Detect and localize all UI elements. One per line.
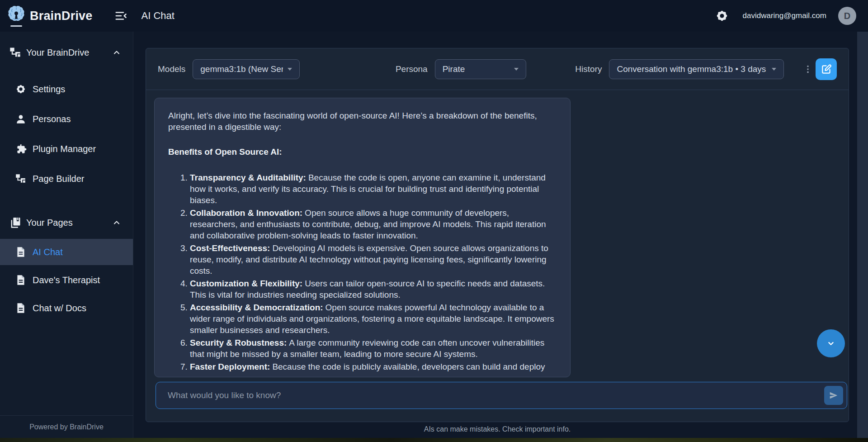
assistant-message: Alright, let’s dive into the fascinating…	[154, 98, 571, 377]
message-heading: Benefits of Open Source AI:	[168, 146, 557, 157]
gear-icon	[15, 83, 27, 95]
chevron-down-icon	[288, 68, 292, 71]
persona-value: Pirate	[443, 64, 465, 74]
persona-label: Persona	[396, 64, 428, 74]
sidebar-item-ai-chat[interactable]: AI Chat	[0, 239, 133, 265]
brand-logo[interactable]: BrainDrive	[6, 5, 93, 27]
sidebar-toggle-icon[interactable]	[113, 8, 129, 24]
puzzle-icon	[15, 143, 27, 155]
brand-name: BrainDrive	[30, 9, 93, 23]
history-label: History	[575, 64, 602, 74]
sidebar-item-label: Personas	[33, 114, 71, 124]
chat-messages: Alright, let’s dive into the fascinating…	[146, 98, 849, 377]
sidebar-item-label: AI Chat	[33, 247, 63, 257]
page-title: AI Chat	[142, 10, 175, 22]
document-icon	[15, 274, 27, 286]
list-item: Transparency & Auditability:Because the …	[190, 172, 557, 206]
sidebar-item-daves-therapist[interactable]: Dave's Therapist	[0, 267, 133, 293]
scroll-to-bottom-button[interactable]	[817, 329, 845, 357]
brain-logo-icon	[6, 5, 26, 27]
sidebar-section-your-pages[interactable]: Your Pages	[0, 212, 133, 233]
chat-panel: Models gemma3:1b (New Serv... Persona Pi…	[146, 48, 849, 422]
hierarchy-icon	[15, 173, 27, 185]
document-icon	[15, 302, 27, 314]
sidebar-item-label: Plugin Manager	[33, 144, 96, 154]
sidebar-item-label: Settings	[33, 84, 65, 95]
app-root: BrainDrive AI Chat davidwaring@gmail.com…	[0, 0, 868, 442]
new-chat-button[interactable]	[816, 58, 837, 80]
sidebar-item-chat-w-docs[interactable]: Chat w/ Docs	[0, 295, 133, 321]
chevron-up-icon[interactable]	[112, 218, 121, 227]
header-right: davidwaring@gmail.com D	[713, 7, 856, 25]
sidebar-item-personas[interactable]: Personas	[0, 106, 133, 132]
history-dropdown[interactable]: Conversation with gemma3:1b • 3 days ago	[609, 59, 784, 79]
chat-input-row	[156, 382, 847, 409]
list-item: Cost-Effectiveness:Developing AI models …	[190, 242, 557, 276]
sidebar-item-label: Dave's Therapist	[33, 275, 100, 285]
hierarchy-icon	[9, 46, 22, 59]
person-icon	[15, 113, 27, 125]
kebab-menu-icon[interactable]	[800, 61, 816, 77]
disclaimer-text: AIs can make mistakes. Check important i…	[146, 425, 849, 433]
models-dropdown[interactable]: gemma3:1b (New Serv...	[193, 59, 300, 79]
section-label: Your BrainDrive	[26, 48, 89, 58]
sidebar-footer: Powered by BrainDrive	[0, 415, 133, 438]
sidebar: Your BrainDrive Settings Personas	[0, 32, 133, 438]
chevron-down-icon	[772, 68, 776, 71]
chevron-down-icon	[514, 68, 519, 71]
list-item: Security & Robustness:A large community …	[190, 337, 557, 360]
pages-icon	[9, 216, 22, 229]
sidebar-item-settings[interactable]: Settings	[0, 76, 133, 102]
page-scrollbar[interactable]	[857, 32, 868, 442]
send-icon	[829, 390, 839, 400]
section-label: Your Pages	[26, 218, 73, 228]
send-button[interactable]	[824, 386, 843, 405]
avatar[interactable]: D	[838, 7, 856, 25]
settings-gear-icon[interactable]	[713, 7, 731, 25]
message-intro: Alright, let’s dive into the fascinating…	[168, 110, 557, 133]
list-item: Collaboration & Innovation:Open source a…	[190, 207, 557, 241]
sidebar-item-label: Chat w/ Docs	[33, 303, 86, 314]
models-value: gemma3:1b (New Serv...	[200, 64, 283, 74]
user-email[interactable]: davidwaring@gmail.com	[743, 11, 826, 20]
list-item: Faster Deployment:Because the code is pu…	[190, 361, 557, 372]
chevron-down-icon	[826, 338, 836, 348]
chat-toolbar: Models gemma3:1b (New Serv... Persona Pi…	[146, 48, 849, 90]
top-bar: BrainDrive AI Chat davidwaring@gmail.com…	[0, 0, 868, 32]
sidebar-section-your-braindrive[interactable]: Your BrainDrive	[0, 42, 133, 63]
sidebar-item-plugin-manager[interactable]: Plugin Manager	[0, 136, 133, 162]
main-area: Models gemma3:1b (New Serv... Persona Pi…	[133, 32, 857, 438]
chevron-up-icon[interactable]	[112, 48, 121, 57]
list-item: Accessibility & Democratization:Open sou…	[190, 302, 557, 336]
list-item: Customization & Flexibility:Users can ta…	[190, 278, 557, 300]
history-value: Conversation with gemma3:1b • 3 days ago	[617, 64, 767, 74]
models-label: Models	[158, 64, 185, 74]
compose-icon	[821, 63, 832, 75]
persona-dropdown[interactable]: Pirate	[435, 59, 526, 79]
chat-input[interactable]	[156, 382, 847, 409]
benefits-list: Transparency & Auditability:Because the …	[168, 172, 557, 372]
sidebar-item-page-builder[interactable]: Page Builder	[0, 166, 133, 192]
desktop-wallpaper-strip	[0, 438, 868, 442]
sidebar-item-label: Page Builder	[33, 174, 85, 184]
document-icon	[15, 246, 27, 258]
